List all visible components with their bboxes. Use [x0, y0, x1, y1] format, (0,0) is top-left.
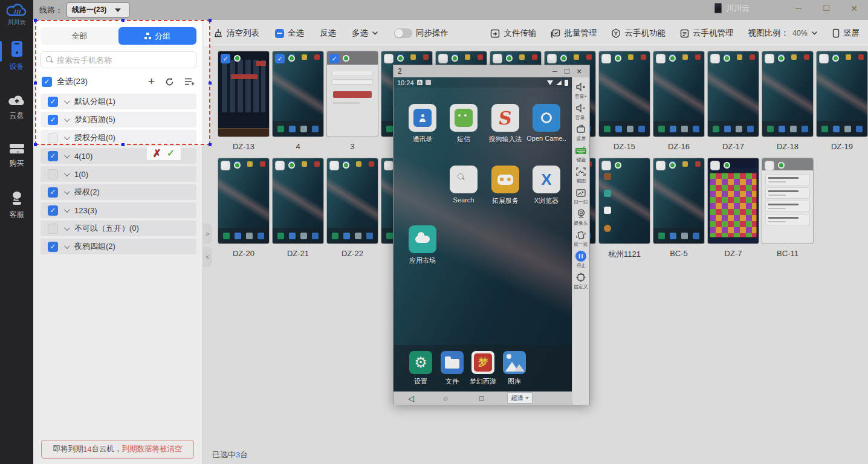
group-checkbox[interactable] [48, 169, 58, 179]
select-all-checkbox[interactable]: ✓ [42, 77, 52, 87]
search-box[interactable] [40, 51, 196, 68]
phone-window-title-bar[interactable]: 2 ─ ☐ ✕ [394, 65, 589, 77]
nav-back-button[interactable]: ◁ [408, 394, 414, 403]
device-checkbox[interactable] [765, 54, 774, 63]
device-card-3[interactable]: ✓3 [325, 51, 380, 151]
phone-app-拓展服务[interactable]: 拓展服务 [491, 166, 519, 205]
device-card-DZ-16[interactable]: DZ-16 [652, 51, 706, 151]
device-checkbox[interactable]: ✓ [329, 54, 339, 63]
device-thumbnail[interactable] [762, 158, 813, 243]
device-thumbnail[interactable] [653, 158, 704, 243]
sort-list-icon[interactable] [184, 77, 194, 86]
device-thumbnail[interactable] [817, 51, 867, 137]
dock-app-图库[interactable]: 图库 [500, 351, 528, 386]
device-checkbox[interactable] [547, 54, 557, 63]
device-checkbox[interactable] [493, 54, 502, 63]
window-maximize-button[interactable]: ☐ [812, 0, 840, 16]
window-minimize-button[interactable]: ─ [785, 0, 812, 16]
device-thumbnail[interactable] [708, 51, 759, 137]
chevron-down-icon[interactable] [64, 243, 70, 249]
group-checkbox[interactable]: ✓ [48, 115, 58, 125]
group-checkbox[interactable] [48, 133, 58, 143]
invert-selection-button[interactable]: 反选 [320, 28, 336, 39]
select-all-toolbar[interactable]: 全选 [275, 28, 304, 39]
phone-window-maximize-button[interactable]: ☐ [561, 68, 573, 76]
device-thumbnail[interactable] [273, 158, 323, 243]
marquee-confirm-icon[interactable]: ✓ [167, 147, 175, 160]
device-card-杭州1121[interactable]: 杭州1121 [597, 158, 652, 258]
device-checkbox[interactable]: ✓ [275, 54, 285, 63]
device-card-DZ-7[interactable]: DZ-7 [706, 158, 760, 258]
device-thumbnail[interactable]: ✓ [273, 51, 323, 137]
chevron-down-icon[interactable] [64, 98, 70, 104]
tab-groups[interactable]: 分组 [118, 27, 196, 45]
group-checkbox[interactable] [48, 224, 58, 234]
phone-app-Search[interactable]: Search [450, 166, 478, 204]
chevron-down-icon[interactable] [64, 116, 70, 122]
phone-tool-摄像头[interactable]: 摄像头 [573, 208, 589, 227]
group-row[interactable]: 不可以（五开）(0) [40, 221, 196, 236]
chevron-down-icon[interactable] [64, 225, 70, 231]
group-checkbox[interactable]: ✓ [48, 187, 58, 198]
device-thumbnail[interactable] [599, 51, 650, 137]
phone-tool-音量-[interactable]: 音量- [575, 102, 587, 121]
phone-tool-截图[interactable]: 截图 [575, 166, 587, 185]
device-checkbox[interactable] [710, 54, 720, 63]
device-thumbnail[interactable]: ✓ [327, 51, 378, 137]
device-checkbox[interactable] [656, 54, 666, 63]
add-group-icon[interactable]: + [148, 77, 155, 86]
device-thumbnail[interactable] [327, 158, 378, 243]
device-card-DZ-13[interactable]: ✓DZ-13 [216, 51, 271, 151]
nav-recents-button[interactable]: □ [479, 394, 484, 402]
phone-tool-停止[interactable]: 停止 [575, 250, 587, 269]
sidebar-item-购买[interactable]: III购买 [0, 143, 33, 169]
group-checkbox[interactable]: ✓ [48, 242, 58, 252]
device-card-DZ-18[interactable]: DZ-18 [760, 51, 815, 151]
group-checkbox[interactable]: ✓ [48, 97, 58, 107]
device-card-DZ-17[interactable]: DZ-17 [706, 51, 760, 151]
device-checkbox[interactable] [329, 161, 339, 170]
device-card-DZ-19[interactable]: DZ-19 [815, 51, 868, 151]
device-checkbox[interactable] [384, 161, 394, 170]
clear-list-button[interactable]: 清空列表 [213, 28, 259, 39]
group-checkbox[interactable]: ✓ [48, 205, 58, 216]
sidebar-item-客服[interactable]: 客服 [0, 190, 33, 220]
phone-window-minimize-button[interactable]: ─ [549, 68, 561, 75]
window-close-button[interactable]: ✕ [840, 0, 868, 16]
device-checkbox[interactable] [601, 161, 611, 170]
device-thumbnail[interactable] [599, 158, 650, 243]
sidebar-item-设备[interactable]: 设备 [0, 40, 33, 72]
dock-app-文件[interactable]: 文件 [438, 351, 466, 386]
chevron-down-icon[interactable] [64, 152, 70, 158]
phone-window-close-button[interactable]: ✕ [573, 68, 585, 76]
device-card-DZ-21[interactable]: DZ-21 [271, 158, 325, 258]
view-scale-control[interactable]: 视图比例： 40% [748, 28, 818, 39]
search-input[interactable] [57, 56, 191, 65]
device-checkbox[interactable] [275, 161, 285, 170]
group-row[interactable]: ✓默认分组(1) [40, 94, 196, 109]
device-thumbnail[interactable] [653, 51, 704, 137]
phone-app-短信[interactable]: 短信 [450, 104, 478, 144]
device-checkbox[interactable]: ✓ [221, 54, 230, 63]
group-row[interactable]: ✓夜鸦四组(2) [40, 239, 196, 254]
device-card-DZ-20[interactable]: DZ-20 [216, 158, 271, 258]
refresh-icon[interactable] [165, 77, 174, 86]
chevron-down-icon[interactable] [64, 134, 70, 140]
sidebar-item-云盘[interactable]: 云盘 [0, 94, 33, 121]
group-row[interactable]: 1(0) [40, 166, 196, 182]
mini-phone-thumb-icon[interactable] [714, 3, 722, 13]
device-thumbnail[interactable] [708, 158, 759, 243]
select-all-indeterminate-checkbox[interactable] [275, 29, 284, 38]
group-row[interactable]: ✓梦幻西游(5) [40, 112, 196, 127]
phone-app-X浏览器[interactable]: XX浏览器 [533, 166, 560, 205]
phone-tool-扫一扫[interactable]: 扫一扫 [573, 187, 589, 206]
line-dropdown[interactable]: 线路一(23) [66, 2, 130, 18]
device-checkbox[interactable] [221, 161, 230, 170]
device-checkbox[interactable] [384, 54, 394, 63]
marquee-cancel-icon[interactable]: ✗ [152, 147, 161, 160]
phone-app-应用市场[interactable]: 应用市场 [409, 225, 436, 265]
phone-tool-竖屏[interactable]: 竖屏 [575, 123, 587, 143]
nav-home-button[interactable]: ○ [443, 394, 448, 403]
file-transfer-button[interactable]: 文件传输 [490, 28, 536, 39]
device-card-DZ-22[interactable]: DZ-22 [325, 158, 380, 258]
